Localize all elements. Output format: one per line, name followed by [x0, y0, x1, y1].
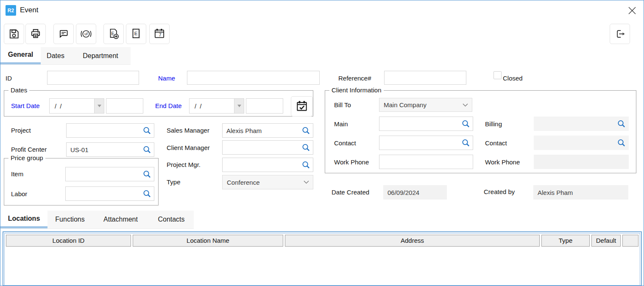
- client-manager-input[interactable]: [223, 144, 301, 151]
- contact-label: Contact: [334, 139, 356, 147]
- search-icon[interactable]: [301, 143, 310, 152]
- exit-button[interactable]: [610, 24, 630, 44]
- billing-contact-label: Contact: [485, 139, 507, 147]
- search-icon[interactable]: [301, 161, 310, 169]
- exit-icon: [614, 28, 626, 40]
- sales-manager-label: Sales Manager: [167, 127, 209, 134]
- labor-label: Labor: [11, 190, 27, 197]
- search-icon[interactable]: [142, 126, 151, 135]
- main-label: Main: [334, 120, 348, 128]
- sales-manager-input[interactable]: [223, 127, 301, 134]
- search-icon[interactable]: [142, 145, 151, 154]
- event-window: R2 Event: [0, 0, 644, 286]
- tab-functions[interactable]: Functions: [47, 211, 92, 228]
- tab-department-label: Department: [83, 52, 118, 60]
- chevron-down-icon: [463, 103, 468, 107]
- locations-grid-body: Location ID Location Name Address Type D…: [4, 233, 640, 286]
- end-date-input[interactable]: / /: [189, 98, 244, 114]
- work-phone-label: Work Phone: [334, 158, 369, 166]
- column-header-type[interactable]: Type: [541, 235, 590, 247]
- column-header-filler: [622, 235, 638, 247]
- type-label: Type: [167, 178, 181, 186]
- billing-contact-lookup[interactable]: [534, 136, 629, 150]
- column-header-location-id[interactable]: Location ID: [6, 235, 131, 247]
- end-time-input[interactable]: [246, 98, 283, 114]
- name-input[interactable]: [187, 71, 320, 85]
- event-icon: E: [130, 28, 142, 40]
- date-created-field: 06/09/2024: [383, 185, 447, 200]
- column-header-address[interactable]: Address: [285, 235, 540, 247]
- work-phone-input[interactable]: [379, 155, 473, 169]
- search-icon[interactable]: [461, 139, 470, 147]
- locations-grid[interactable]: Location ID Location Name Address Type D…: [3, 231, 642, 286]
- tab-attachment[interactable]: Attachment: [92, 211, 149, 228]
- close-button[interactable]: [627, 5, 638, 16]
- tab-contacts-label: Contacts: [158, 216, 184, 223]
- closed-checkbox[interactable]: [493, 71, 502, 79]
- billing-client-lookup[interactable]: [534, 117, 629, 131]
- item-price-lookup[interactable]: [65, 167, 154, 181]
- start-time-input[interactable]: [106, 98, 143, 114]
- project-mgr-lookup[interactable]: [222, 158, 313, 172]
- profit-center-input[interactable]: [67, 146, 142, 153]
- tab-contacts[interactable]: Contacts: [149, 211, 194, 228]
- chevron-down-icon: [304, 180, 309, 184]
- date-created-label: Date Created: [332, 189, 369, 196]
- print-button[interactable]: [25, 24, 46, 44]
- type-select[interactable]: Conference: [222, 175, 313, 189]
- column-header-default[interactable]: Default: [591, 235, 621, 247]
- start-date-input[interactable]: / /: [49, 98, 104, 114]
- project-lookup[interactable]: [66, 123, 154, 138]
- end-date-dropdown[interactable]: [234, 99, 244, 113]
- start-date-label: Start Date: [11, 102, 40, 109]
- main-client-lookup[interactable]: [379, 117, 473, 131]
- calendar-button[interactable]: 7: [149, 24, 170, 44]
- billing-client-input[interactable]: [534, 120, 616, 128]
- start-date-dropdown[interactable]: [94, 99, 104, 113]
- id-input[interactable]: [47, 71, 139, 85]
- search-icon[interactable]: [617, 139, 626, 147]
- item-label: Item: [11, 170, 23, 178]
- client-manager-lookup[interactable]: [222, 140, 313, 155]
- type-value: Conference: [227, 179, 260, 186]
- svg-text:7: 7: [159, 32, 161, 37]
- comment-icon: [58, 28, 70, 40]
- title-bar: R2 Event: [0, 0, 644, 21]
- save-button[interactable]: [4, 24, 24, 44]
- calendar-icon: 7: [153, 28, 166, 40]
- reference-input[interactable]: [384, 71, 466, 85]
- search-icon[interactable]: [142, 189, 151, 198]
- search-icon[interactable]: [617, 119, 626, 128]
- project-input[interactable]: [67, 127, 142, 134]
- project-mgr-input[interactable]: [223, 161, 301, 169]
- tab-general[interactable]: General: [0, 47, 41, 64]
- item-price-input[interactable]: [66, 171, 142, 178]
- tab-department[interactable]: Department: [70, 47, 131, 64]
- tab-locations[interactable]: Locations: [0, 211, 47, 228]
- search-icon[interactable]: [461, 119, 470, 128]
- calendar-check-icon: [295, 100, 309, 113]
- event-button[interactable]: E: [126, 24, 146, 44]
- billing-contact-input[interactable]: [534, 139, 616, 147]
- bill-to-select[interactable]: Main Company: [379, 98, 472, 112]
- save-icon: [8, 28, 20, 40]
- contact-input[interactable]: [379, 139, 460, 147]
- search-icon[interactable]: [301, 126, 310, 135]
- billing-label: Billing: [485, 120, 502, 128]
- date-wizard-button[interactable]: [291, 96, 313, 117]
- labor-price-input[interactable]: [66, 190, 142, 197]
- search-icon[interactable]: [142, 170, 151, 179]
- dates-legend: Dates: [8, 86, 29, 94]
- column-header-location-name[interactable]: Location Name: [133, 235, 283, 247]
- tab-dates[interactable]: Dates: [41, 47, 70, 64]
- event-add-button[interactable]: E: [103, 24, 124, 44]
- comment-button[interactable]: [53, 24, 74, 44]
- created-by-label: Created by: [484, 188, 515, 195]
- uf-view-button[interactable]: uf: [76, 24, 96, 44]
- main-client-input[interactable]: [379, 120, 460, 128]
- contact-lookup[interactable]: [379, 136, 473, 150]
- labor-price-lookup[interactable]: [65, 186, 154, 201]
- profit-center-lookup[interactable]: [66, 142, 154, 157]
- sales-manager-lookup[interactable]: [222, 123, 313, 138]
- reference-label: Reference#: [338, 75, 371, 82]
